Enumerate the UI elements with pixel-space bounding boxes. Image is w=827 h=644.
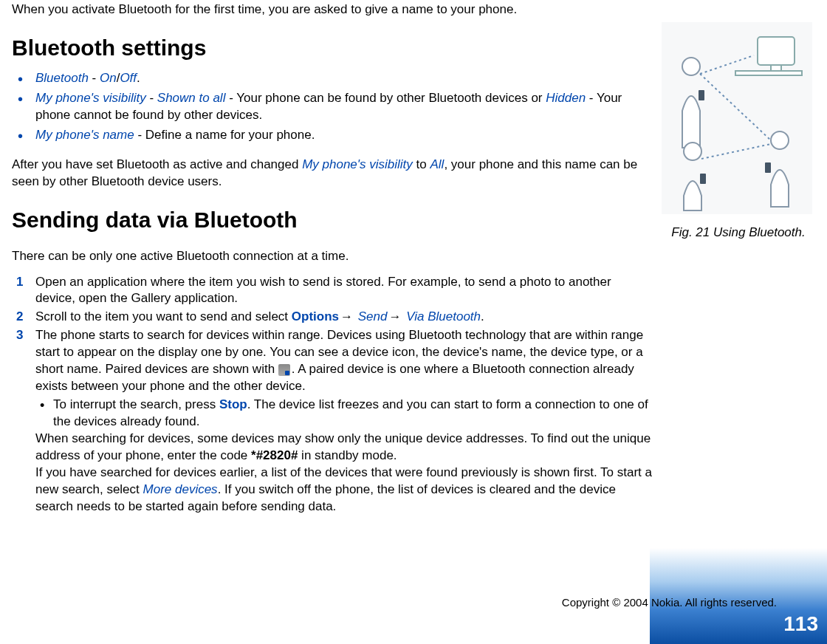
figure-illustration xyxy=(662,22,812,214)
svg-rect-1 xyxy=(758,37,795,65)
sub-bullet: To interrupt the search, press Stop. The… xyxy=(35,397,654,431)
menu-path: Via Bluetooth xyxy=(406,309,481,323)
intro-text: When you activate Bluetooth for the firs… xyxy=(12,1,654,18)
options-label: Options xyxy=(292,309,339,323)
setting-term: My phone's name xyxy=(35,128,134,142)
setting-option: All xyxy=(430,157,444,171)
figure-caption: Fig. 21 Using Bluetooth. xyxy=(662,225,815,242)
code-label: *#2820# xyxy=(251,448,298,462)
footer: Copyright © 2004 Nokia. All rights reser… xyxy=(0,607,827,644)
step-paragraph: If you have searched for devices earlier… xyxy=(35,465,654,515)
svg-rect-2 xyxy=(771,65,781,71)
setting-option: Hidden xyxy=(546,91,586,105)
setting-option: Off xyxy=(120,71,137,85)
page: Connectivity When you activate Bluetooth… xyxy=(0,0,827,644)
menu-path: Send xyxy=(358,309,388,323)
settings-item: Bluetooth - On/Off. xyxy=(12,70,654,87)
svg-point-6 xyxy=(771,131,789,149)
heading-bluetooth-settings: Bluetooth settings xyxy=(12,33,654,64)
heading-sending-data: Sending data via Bluetooth xyxy=(12,205,654,236)
settings-item: My phone's name - Define a name for your… xyxy=(12,127,654,144)
step-text: Scroll to the item you want to send and … xyxy=(35,309,292,323)
sep: - xyxy=(146,91,157,105)
step-text: Open an application where the item you w… xyxy=(35,275,611,306)
arrow-icon: → xyxy=(339,309,354,323)
paired-device-icon xyxy=(278,364,290,376)
after-settings-text: After you have set Bluetooth as active a… xyxy=(12,157,654,191)
tail: . xyxy=(481,309,484,323)
svg-point-5 xyxy=(684,143,701,160)
main-content: When you activate Bluetooth for the firs… xyxy=(12,0,654,517)
bluetooth-illustration-svg xyxy=(662,22,812,214)
stop-label: Stop xyxy=(219,397,247,411)
more-devices-label: More devices xyxy=(143,482,218,496)
setting-option: Shown to all xyxy=(157,91,226,105)
tail: . xyxy=(137,71,140,85)
steps-list: Open an application where the item you w… xyxy=(12,274,654,515)
page-number: 113 xyxy=(783,610,818,638)
svg-rect-10 xyxy=(699,90,704,100)
mid: - Your phone can be found by other Bluet… xyxy=(225,91,546,105)
sending-note: There can be only one active Bluetooth c… xyxy=(12,248,654,265)
step-item: Scroll to the item you want to send and … xyxy=(12,309,654,326)
settings-item: My phone's visibility - Shown to all - Y… xyxy=(12,90,654,124)
settings-list: Bluetooth - On/Off. My phone's visibilit… xyxy=(12,70,654,144)
setting-term: My phone's visibility xyxy=(35,91,146,105)
tail: Define a name for your phone. xyxy=(145,128,315,142)
sep: - xyxy=(134,128,145,142)
step-item: Open an application where the item you w… xyxy=(12,274,654,308)
sep: - xyxy=(89,71,100,85)
step-paragraph: When searching for devices, some devices… xyxy=(35,431,654,465)
setting-term: Bluetooth xyxy=(35,71,89,85)
svg-rect-12 xyxy=(765,162,771,173)
text: After you have set Bluetooth as active a… xyxy=(12,157,302,171)
text: To interrupt the search, press xyxy=(53,397,219,411)
text: to xyxy=(413,157,430,171)
figure-column: Fig. 21 Using Bluetooth. xyxy=(662,22,815,242)
svg-rect-11 xyxy=(700,174,706,184)
arrow-icon: → xyxy=(387,309,402,323)
setting-option: On xyxy=(100,71,117,85)
text: in standby mode. xyxy=(298,448,397,462)
step-item: The phone starts to search for devices w… xyxy=(12,327,654,515)
svg-rect-3 xyxy=(735,71,802,75)
svg-point-4 xyxy=(682,58,700,75)
setting-term: My phone's visibility xyxy=(302,157,413,171)
copyright-text: Copyright © 2004 Nokia. All rights reser… xyxy=(562,595,777,610)
